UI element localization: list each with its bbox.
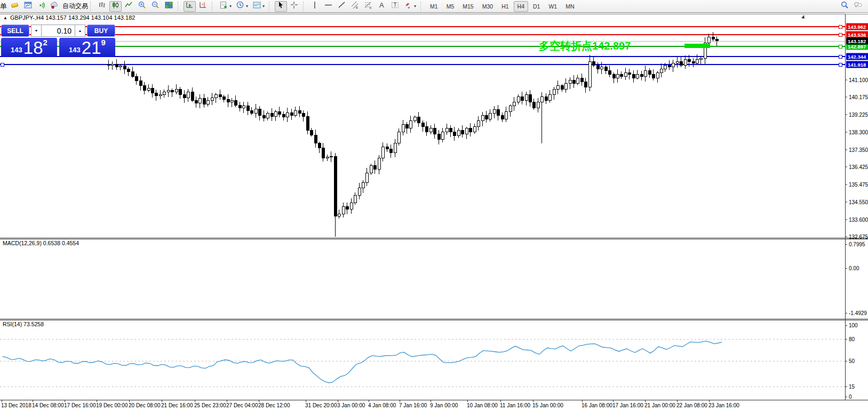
arrows-icon [404, 1, 413, 12]
toolbar-separator [269, 2, 273, 11]
collapse-triangle-icon[interactable]: ▲ [3, 15, 7, 20]
zoom-out-button[interactable] [149, 1, 162, 12]
volume-field[interactable]: 0.10 [42, 25, 75, 37]
zoom-in-icon [138, 1, 147, 12]
candlestick-button[interactable] [109, 1, 122, 12]
arrows-button[interactable]: ▾ [402, 1, 418, 12]
timeframe-H4-button[interactable]: H4 [514, 1, 528, 12]
rsi-tick-label: 0 [849, 394, 852, 400]
charts-button[interactable] [22, 1, 34, 12]
volume-decrease-button[interactable]: ▼ [31, 25, 42, 37]
bar-chart-button[interactable] [96, 1, 108, 12]
horizontal-line-button[interactable] [322, 1, 335, 12]
autotrading-button[interactable] [49, 1, 61, 12]
text-label-button[interactable]: T [389, 1, 401, 12]
channel-icon: E [351, 1, 360, 12]
signals-button[interactable] [35, 1, 47, 12]
line-handle [1, 63, 4, 66]
search-icon [840, 1, 849, 12]
price-axis: 141.100140.175139.225138.300137.350136.4… [845, 77, 868, 240]
timeframe-H1-button[interactable]: H1 [498, 1, 512, 12]
periods-button[interactable]: ▾ [234, 1, 250, 12]
text-button[interactable]: A [376, 1, 388, 12]
templates-button[interactable]: ▾ [251, 1, 266, 12]
time-label: 23 Jan 16:00 [708, 402, 739, 408]
time-label: 19 Dec 00:00 [96, 402, 128, 408]
cursor-button[interactable] [275, 1, 287, 12]
rsi-label: RSI(14) 73.5258 [3, 321, 44, 327]
time-label: 15 Jan 00:00 [532, 402, 563, 408]
candlestick-series [107, 32, 718, 237]
new-chart-button[interactable]: ▾ [218, 1, 233, 12]
time-label: 21 Dec 16:00 [161, 402, 193, 408]
sell-price-big: 18 [23, 40, 43, 56]
zoom-out-icon [151, 1, 160, 12]
timeframe-M30-button[interactable]: M30 [479, 1, 497, 12]
time-axis[interactable]: 13 Dec 201814 Dec 08:0017 Dec 16:0019 De… [1, 400, 739, 408]
turning-point-annotation[interactable]: 多空转折点142.897 [539, 39, 631, 53]
crosshair-button[interactable] [288, 1, 300, 12]
timeframe-D1-button[interactable]: D1 [529, 1, 544, 12]
time-label: 9 Jan 00:00 [430, 402, 458, 408]
line-chart-button[interactable] [123, 1, 135, 12]
price-tag-label: 143.536 [848, 32, 866, 38]
volume-increase-button[interactable]: ▲ [75, 25, 85, 37]
new-order-button[interactable] [9, 1, 21, 12]
dropdown-caret-icon[interactable]: ▾ [246, 4, 248, 9]
sell-button[interactable]: SELL [1, 25, 29, 37]
trendline-button[interactable] [336, 1, 348, 12]
tile-windows-button[interactable] [163, 1, 175, 12]
price-tick-label: 132.675 [849, 234, 868, 240]
price-tags: 143.962143.536142.897142.344141.918143.1… [846, 23, 868, 68]
menu-text-fragment[interactable]: 单 [0, 2, 7, 11]
search-button[interactable] [839, 1, 851, 12]
macd-tick-label: 0.00 [849, 265, 859, 271]
chart-shift-icon [198, 1, 208, 12]
macd-label: MACD(12,26,9) 0.6538 0.4554 [3, 240, 79, 246]
fibonacci-button[interactable]: F [362, 1, 375, 12]
periods-icon [236, 1, 245, 12]
chart-canvas[interactable]: 141.100140.175139.225138.300137.350136.4… [0, 13, 868, 411]
line-handle [839, 25, 842, 28]
line-chart-icon [124, 1, 133, 12]
time-label: 3 Jan 00:00 [337, 402, 365, 408]
trade-level-bar[interactable] [684, 44, 710, 48]
rsi-line [3, 341, 722, 383]
chat-button[interactable] [852, 1, 864, 12]
buy-quote[interactable]: 143 21 9 [59, 38, 115, 57]
text-icon: A [377, 1, 386, 12]
crosshair-icon [290, 1, 299, 12]
buy-price-sup: 9 [101, 38, 106, 47]
auto-scroll-icon [185, 1, 194, 12]
timeframe-M15-button[interactable]: M15 [459, 1, 477, 12]
auto-scroll-button[interactable] [184, 1, 196, 12]
price-tag-label: 142.344 [848, 54, 866, 60]
dropdown-caret-icon[interactable]: ▾ [262, 4, 265, 9]
chart-window: 141.100140.175139.225138.300137.350136.4… [0, 13, 868, 411]
svg-text:E: E [356, 6, 358, 9]
zoom-in-button[interactable] [136, 1, 148, 12]
toolbar-separator [212, 2, 216, 11]
timeframe-M1-button[interactable]: M1 [426, 1, 442, 12]
toolbar-separator [420, 2, 424, 11]
timeframe-M5-button[interactable]: M5 [443, 1, 458, 12]
buy-price-big: 21 [82, 40, 101, 56]
horizontal-lines[interactable] [0, 25, 845, 66]
buy-button[interactable]: BUY [87, 25, 115, 37]
autotrading-label[interactable]: 自动交易 [62, 2, 88, 11]
timeframe-MN-button[interactable]: MN [562, 1, 578, 12]
time-label: 31 Dec 20:00 [305, 402, 337, 408]
vertical-line-button[interactable] [309, 1, 321, 12]
channel-button[interactable]: E [349, 1, 361, 12]
fibonacci-icon: F [364, 1, 373, 12]
line-handle [839, 33, 842, 36]
time-label: 16 Jan 08:00 [582, 402, 612, 408]
scroll-marker-icon[interactable] [801, 15, 805, 19]
sell-quote[interactable]: 143 18 2 [1, 38, 57, 57]
dropdown-caret-icon[interactable]: ▾ [414, 4, 416, 9]
timeframe-W1-button[interactable]: W1 [545, 1, 561, 12]
price-tick-label: 137.350 [849, 147, 868, 153]
dropdown-caret-icon[interactable]: ▾ [229, 4, 232, 9]
templates-icon [252, 1, 261, 12]
chart-shift-button[interactable] [197, 1, 209, 12]
